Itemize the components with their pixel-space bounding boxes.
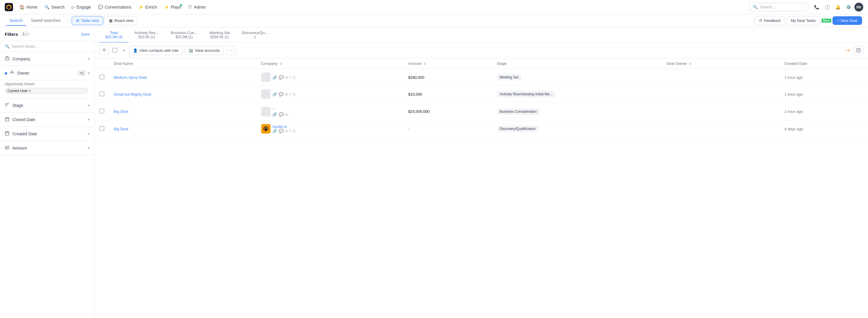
- my-deal-tasks-btn[interactable]: My Deal Tasks: [786, 16, 820, 25]
- table-view-icon: ⊞: [76, 18, 79, 23]
- row2-stage-cell: Actively Rescheduling Initial Me...: [492, 86, 662, 103]
- nav-conversations[interactable]: 💬 Conversations: [95, 3, 134, 11]
- chat-icon[interactable]: 💬: [279, 75, 284, 80]
- row2-company-logo: [261, 89, 271, 99]
- filter-closed-date[interactable]: Closed Date ▾: [0, 113, 94, 127]
- row1-deal-name-link[interactable]: Medium Spicy Deal: [114, 75, 147, 80]
- row2-deal-owner: [662, 86, 779, 103]
- facebook-icon[interactable]: f: [290, 75, 291, 80]
- filter-count: 1: [23, 32, 25, 36]
- view-contacts-btn[interactable]: 👤 View contacts with role: [129, 46, 182, 55]
- row3-more-btn[interactable]: ···: [272, 106, 276, 111]
- col-stage: Stage: [492, 58, 662, 69]
- facebook-icon[interactable]: f: [290, 92, 291, 97]
- select-all-checkbox[interactable]: [113, 48, 117, 53]
- select-dropdown-arrow[interactable]: ▾: [121, 47, 127, 53]
- col-deal-name[interactable]: Deal Name: [109, 58, 256, 69]
- link-icon[interactable]: 🔗: [272, 75, 277, 80]
- stage-tab-business[interactable]: Business Con... $25.0M (1): [164, 28, 204, 43]
- twitter-icon[interactable]: 𝕏: [293, 92, 296, 97]
- chat-icon[interactable]: 💬: [279, 112, 284, 117]
- stage-tab-discovery[interactable]: Discovery/Qu... 1: [236, 28, 274, 43]
- link-icon[interactable]: 🔗: [272, 92, 277, 97]
- sidebar: Filters 1 × Save 🔍 Search Deals... Compa…: [0, 27, 95, 318]
- link-icon[interactable]: 🔗: [272, 129, 277, 133]
- clock-icon-btn[interactable]: 🕐: [823, 2, 832, 12]
- nav-home[interactable]: 🏠 Home: [17, 3, 40, 11]
- table-view-label: Table view: [81, 18, 99, 23]
- linkedin-icon[interactable]: in: [285, 75, 288, 80]
- row3-company-cell: ··· 🔗 💬 in: [256, 103, 404, 121]
- save-filters-link[interactable]: Save: [81, 32, 90, 36]
- nav-enrich[interactable]: ⚡ Enrich: [135, 3, 160, 11]
- linkedin-icon[interactable]: in: [285, 112, 288, 117]
- stage-chevron-icon: ▾: [88, 103, 90, 107]
- col-company[interactable]: Company ⇅: [256, 58, 404, 69]
- settings-icon-btn[interactable]: ⚙️: [844, 2, 853, 12]
- twitter-icon[interactable]: 𝕏: [293, 129, 296, 133]
- linkedin-icon[interactable]: in: [285, 92, 288, 97]
- deals-table: Deal Name Company ⇅ Amount ⇅ Stage: [95, 58, 868, 318]
- row1-deal-owner: [662, 69, 779, 86]
- feedback-btn[interactable]: ↺ Feedback: [754, 16, 785, 25]
- bell-icon-btn[interactable]: 🔔: [833, 2, 842, 12]
- stage-tab-total[interactable]: Total $25.3M (4): [99, 28, 128, 43]
- filter-owner[interactable]: Owner ×1 ▾: [0, 66, 94, 80]
- current-user-badge[interactable]: Current User ×: [5, 88, 88, 94]
- row3-stage-badge: Business Consideration: [497, 108, 540, 115]
- row1-stage-badge: Meeting Set: [497, 74, 522, 81]
- nav-search[interactable]: 🔍 Search: [41, 3, 67, 11]
- table-body: Medium Spicy Deal 🔗 💬 in: [95, 69, 868, 137]
- nav-plays-label: Plays: [171, 5, 181, 9]
- twitter-icon[interactable]: 𝕏: [293, 75, 296, 80]
- row4-deal-name-cell: Big Deal: [109, 121, 256, 137]
- row4-checkbox[interactable]: [99, 126, 104, 131]
- more-options-btn[interactable]: ···: [226, 45, 236, 55]
- filters-icon-btn[interactable]: [99, 45, 109, 55]
- facebook-icon[interactable]: f: [290, 129, 291, 133]
- view-accounts-btn[interactable]: 🏢 View accounts: [185, 46, 224, 55]
- row3-company-social: ··· 🔗 💬 in: [272, 106, 288, 117]
- row2-checkbox[interactable]: [99, 92, 104, 96]
- row3-checkbox[interactable]: [99, 109, 104, 114]
- table-view-btn[interactable]: ⊞ Table view: [72, 16, 104, 25]
- board-view-btn[interactable]: ▦ Board view: [104, 16, 138, 25]
- owner-icon: [9, 70, 14, 76]
- tab-search[interactable]: Search: [6, 16, 26, 26]
- new-deal-label: + New Deal: [837, 18, 857, 23]
- filter-company[interactable]: Company ▾: [0, 52, 94, 66]
- nav-admin[interactable]: 🛡 Admin: [185, 3, 209, 11]
- global-search-input[interactable]: 🔍 Search...: [749, 3, 808, 11]
- row4-company-name[interactable]: Apollo.io: [272, 124, 296, 129]
- phone-icon-btn[interactable]: 📞: [812, 2, 821, 12]
- user-avatar[interactable]: BB: [855, 3, 863, 11]
- filter-created-date[interactable]: Created Date ▾: [0, 127, 94, 141]
- col-deal-owner[interactable]: Deal Owner ⇅: [662, 58, 779, 69]
- export-btn[interactable]: [854, 45, 863, 55]
- col-amount[interactable]: Amount ⇅: [404, 58, 492, 69]
- nav-plays[interactable]: ⚡ Plays: [161, 3, 184, 11]
- row3-deal-owner: [662, 103, 779, 121]
- row2-deal-name-link[interactable]: Small but Mighty Deal: [114, 92, 151, 97]
- link-icon[interactable]: 🔗: [272, 112, 277, 117]
- nav-engage[interactable]: ▷ Engage: [69, 3, 94, 11]
- linkedin-icon[interactable]: in: [285, 129, 288, 133]
- plays-active-dot: [180, 4, 182, 6]
- filter-amount[interactable]: Amount ▾: [0, 141, 94, 155]
- filter-stage[interactable]: Stage ▾: [0, 98, 94, 113]
- app-logo[interactable]: [5, 3, 13, 11]
- filter-count-clear[interactable]: ×: [26, 32, 28, 36]
- new-deal-btn[interactable]: + New Deal: [833, 16, 862, 25]
- stage-tab-meeting[interactable]: Meeting Set $280.0K (1): [204, 28, 236, 43]
- stage-tab-actively[interactable]: Actively Res... $10.0K (1): [128, 28, 164, 43]
- chat-icon[interactable]: 💬: [279, 92, 284, 97]
- table-row: Big Deal ··· 🔗: [95, 103, 868, 121]
- tab-saved-searches[interactable]: Saved searches: [27, 16, 64, 26]
- stage-tab-business-value: $25.0M (1): [176, 35, 193, 39]
- row4-deal-name-link[interactable]: Big Deal: [114, 127, 128, 131]
- row3-deal-name-link[interactable]: Big Deal: [114, 109, 128, 114]
- row1-checkbox[interactable]: [99, 74, 104, 80]
- chat-icon[interactable]: 💬: [279, 129, 284, 133]
- row3-amount: $25,000,000: [404, 103, 492, 121]
- search-deals-input[interactable]: 🔍 Search Deals...: [0, 41, 94, 52]
